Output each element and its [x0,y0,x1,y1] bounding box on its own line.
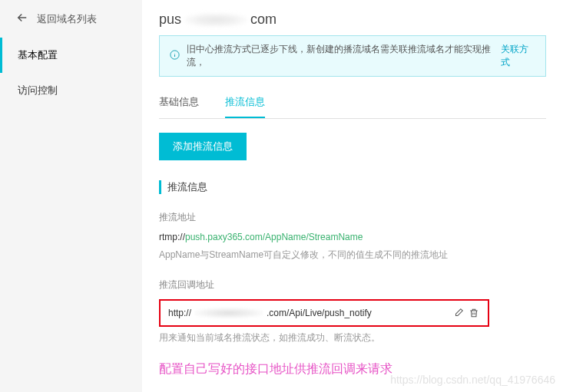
sidebar-item-access-control[interactable]: 访问控制 [0,73,142,108]
info-icon [169,49,187,63]
page-title: pus com [159,0,546,35]
sidebar: 返回域名列表 基本配置 访问控制 [0,0,142,392]
title-suffix: com [250,12,277,28]
push-address-hint: AppName与StreamName可自定义修改，不同的值生成不同的推流地址 [159,249,546,262]
add-push-info-button[interactable]: 添加推流信息 [159,133,247,160]
sidebar-item-label: 访问控制 [18,84,58,96]
callback-hint: 用来通知当前域名推流状态，如推流成功、断流状态。 [159,331,546,344]
redacted-text [194,308,263,318]
title-prefix: pus [159,12,181,28]
tab-push-info[interactable]: 推流信息 [225,87,265,118]
back-label: 返回域名列表 [37,12,97,26]
tabs: 基础信息 推流信息 [159,87,546,119]
info-notice: 旧中心推流方式已逐步下线，新创建的播流域名需关联推流域名才能实现推流， 关联方式 [159,35,546,77]
callback-value-box: http:// .com/Api/Live/push_notify [159,299,489,327]
sidebar-item-label: 基本配置 [18,49,58,61]
push-address-block: 推流地址 rtmp://push.paxy365.com/AppName/Str… [159,211,546,262]
callback-label: 推流回调地址 [159,278,546,292]
section-title: 推流信息 [159,180,546,194]
notice-link[interactable]: 关联方式 [501,43,536,69]
back-to-domain-list[interactable]: 返回域名列表 [0,0,142,38]
push-address-value: rtmp://push.paxy365.com/AppName/StreamNa… [159,232,546,242]
tab-label: 推流信息 [225,96,265,107]
push-address-prefix: rtmp:// [159,232,185,242]
tab-label: 基础信息 [159,96,199,107]
notice-text: 旧中心推流方式已逐步下线，新创建的播流域名需关联推流域名才能实现推流， [187,43,498,69]
sidebar-item-basic-config[interactable]: 基本配置 [0,38,142,73]
delete-icon[interactable] [468,307,480,319]
annotation-text: 配置自己写好的接口地址供推流回调来请求 [159,361,546,377]
edit-icon[interactable] [452,307,465,319]
callback-prefix: http:// [168,308,191,318]
redacted-text [184,13,247,27]
tab-basic-info[interactable]: 基础信息 [159,87,199,118]
push-address-label: 推流地址 [159,211,546,224]
callback-suffix: .com/Api/Live/push_notify [267,308,372,318]
push-address-url: push.paxy365.com/AppName/StreamName [185,232,363,242]
main-content: pus com 旧中心推流方式已逐步下线，新创建的播流域名需关联推流域名才能实现… [142,0,563,392]
callback-block: 推流回调地址 http:// .com/Api/Live/push_notify… [159,278,546,344]
arrow-left-icon [15,11,37,27]
